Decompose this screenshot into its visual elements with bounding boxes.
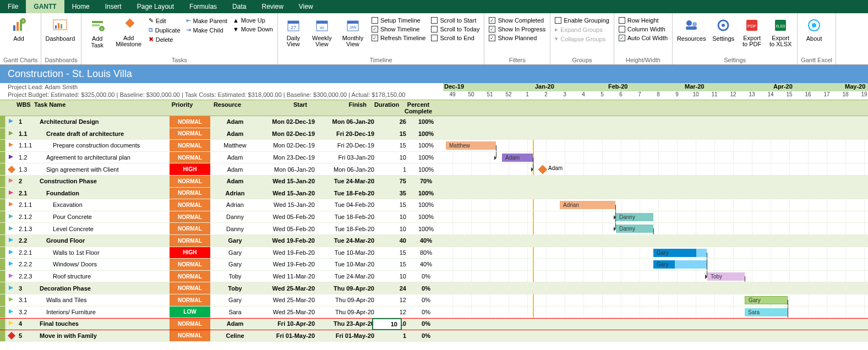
priority-cell[interactable]: NORMAL [170, 271, 210, 282]
percent-cell[interactable]: 100% [410, 214, 443, 220]
resource-cell[interactable]: Toby [210, 273, 260, 280]
wbs-cell[interactable]: 3.2 [17, 309, 40, 315]
task-row[interactable]: 2.2.3Roof structureNORMALTobyWed 11-Mar-… [0, 271, 868, 283]
finish-cell[interactable]: Tue 18-Feb-20 [320, 190, 380, 196]
resource-cell[interactable]: Adam [210, 118, 260, 125]
task-row[interactable]: 2.1FoundationNORMALAdrianWed 15-Jan-20Tu… [0, 188, 868, 200]
task-row[interactable]: 2.1.2Pour ConcreteNORMALDannyWed 05-Feb-… [0, 211, 868, 223]
finish-cell[interactable]: Thu 09-Apr-20 [320, 309, 380, 315]
tab-insert[interactable]: Insert [97, 0, 129, 13]
wbs-cell[interactable]: 4 [17, 320, 40, 327]
priority-cell[interactable]: NORMAL [170, 330, 210, 342]
duration-cell[interactable]: 12 [380, 297, 410, 303]
priority-header[interactable]: Priority [162, 100, 203, 109]
percent-cell[interactable]: 100% [410, 142, 443, 149]
task-name-cell[interactable]: Construction Phase [40, 178, 170, 184]
task-name-cell[interactable]: Final touches [40, 320, 170, 327]
priority-cell[interactable]: HIGH [170, 163, 210, 175]
finish-cell[interactable]: Thu 09-Apr-20 [320, 297, 380, 303]
show-inprogress-button[interactable]: ✓Show In Progress [488, 25, 547, 33]
task-name-cell[interactable]: Interiors/ Furniture [40, 309, 170, 315]
task-name-cell[interactable]: Foundation [40, 190, 170, 196]
start-cell[interactable]: Wed 15-Jan-20 [260, 178, 320, 184]
finish-cell[interactable]: Mon 06-Jan-20 [320, 166, 380, 173]
export-pdf-button[interactable]: PDF Export to PDF [740, 15, 764, 48]
percent-cell[interactable]: 100% [410, 201, 443, 208]
resource-cell[interactable]: Adam [210, 166, 260, 173]
weekly-view-button[interactable]: W Weekly View [309, 15, 335, 48]
resource-cell[interactable]: Sara [210, 309, 260, 315]
task-name-cell[interactable]: Decoration Phase [40, 285, 170, 292]
wbs-header[interactable]: WBS [14, 100, 32, 109]
finish-cell[interactable]: Tue 18-Feb-20 [320, 226, 380, 232]
start-cell[interactable]: Mon 23-Dec-19 [260, 154, 320, 161]
finish-cell[interactable]: Thu 23-Apr-20 [320, 320, 380, 327]
start-cell[interactable]: Wed 19-Feb-20 [260, 249, 320, 256]
duration-cell[interactable]: 40 [380, 237, 410, 244]
percent-cell[interactable]: 0% [410, 309, 443, 315]
daily-view-button[interactable]: 27 Daily View [281, 15, 305, 48]
export-xlsx-button[interactable]: XLSX Export to XLSX [767, 15, 794, 48]
task-row[interactable]: 4Final touchesNORMALAdamFri 10-Apr-20Thu… [0, 318, 868, 330]
duplicate-button[interactable]: ⧉Duplicate [148, 26, 182, 34]
wbs-cell[interactable]: 2.1.1 [17, 201, 40, 208]
task-row[interactable]: 3.1Walls and TilesNORMALGaryWed 25-Mar-2… [0, 294, 868, 307]
duration-cell[interactable]: 26 [380, 118, 410, 125]
delete-button[interactable]: ✖Delete [148, 35, 182, 43]
percent-cell[interactable]: 100% [410, 118, 443, 125]
wbs-cell[interactable]: 2.1.3 [17, 226, 40, 232]
add-milestone-button[interactable]: Add Milestone [113, 15, 144, 48]
start-cell[interactable]: Mon 02-Dec-19 [260, 118, 320, 125]
task-row[interactable]: 1.1Create draft of architectureNORMALAda… [0, 128, 868, 140]
priority-cell[interactable]: NORMAL [170, 116, 210, 128]
row-height-button[interactable]: Row Height [618, 17, 669, 24]
percent-cell[interactable]: 100% [410, 130, 443, 137]
resource-cell[interactable]: Toby [210, 285, 260, 292]
start-cell[interactable]: Wed 25-Mar-20 [260, 297, 320, 303]
task-name-cell[interactable]: Walls and Tiles [40, 297, 170, 303]
duration-cell[interactable]: 1 [380, 332, 410, 339]
start-cell[interactable]: Fri 10-Apr-20 [260, 320, 320, 327]
resource-cell[interactable]: Adrian [210, 190, 260, 196]
priority-cell[interactable]: LOW [170, 307, 210, 318]
finish-cell[interactable]: Fri 20-Dec-19 [320, 130, 380, 137]
duration-cell[interactable]: 35 [380, 190, 410, 196]
task-row[interactable]: 2.2.2Windows/ DoorsNORMALGaryWed 19-Feb-… [0, 259, 868, 271]
duration-cell[interactable]: 24 [380, 285, 410, 292]
task-name-cell[interactable]: Windows/ Doors [40, 261, 170, 267]
duration-cell[interactable]: 12 [380, 309, 410, 315]
finish-cell[interactable]: Tue 24-Mar-20 [320, 178, 380, 184]
duration-cell[interactable]: 15 [380, 201, 410, 208]
duration-cell[interactable]: 15 [380, 130, 410, 137]
resource-cell[interactable]: Celine [210, 332, 260, 339]
resource-cell[interactable]: Adam [210, 130, 260, 137]
wbs-cell[interactable]: 3.1 [17, 297, 40, 303]
make-parent-button[interactable]: ⇤Make Parent [185, 17, 228, 25]
start-cell[interactable]: Wed 15-Jan-20 [260, 190, 320, 196]
task-name-cell[interactable]: Agreement to architectural plan [40, 154, 170, 161]
task-row[interactable]: 2.2.1Walls to 1st FloorHIGHGaryWed 19-Fe… [0, 247, 868, 259]
start-cell[interactable]: Wed 11-Mar-20 [260, 273, 320, 280]
tab-data[interactable]: Data [225, 0, 254, 13]
finish-cell[interactable]: Thu 09-Apr-20 [320, 285, 380, 292]
wbs-cell[interactable]: 2.1 [17, 190, 40, 196]
finish-header[interactable]: Finish [313, 100, 372, 109]
resource-cell[interactable]: Adrian [210, 201, 260, 208]
resource-cell[interactable]: Gary [210, 237, 260, 244]
wbs-cell[interactable]: 2 [17, 178, 40, 184]
priority-cell[interactable]: NORMAL [170, 282, 210, 294]
enable-grouping-button[interactable]: Enable Grouping [554, 17, 610, 24]
task-name-cell[interactable]: Pour Concrete [40, 214, 170, 220]
resource-cell[interactable]: Adam [210, 178, 260, 184]
start-cell[interactable]: Wed 05-Feb-20 [260, 214, 320, 220]
show-planned-button[interactable]: ✓Show Planned [488, 34, 547, 42]
task-row[interactable]: 2.1.1ExcavationNORMALAdrianWed 15-Jan-20… [0, 199, 868, 211]
percent-header[interactable]: Percent Complete [402, 100, 435, 116]
settings-button[interactable]: Settings [710, 15, 736, 43]
tab-review[interactable]: Review [254, 0, 291, 13]
percent-cell[interactable]: 100% [410, 166, 443, 173]
wbs-cell[interactable]: 5 [17, 332, 40, 339]
resource-cell[interactable]: Adam [210, 320, 260, 327]
scroll-start-button[interactable]: Scroll to Start [430, 17, 481, 24]
percent-cell[interactable]: 100% [410, 226, 443, 232]
